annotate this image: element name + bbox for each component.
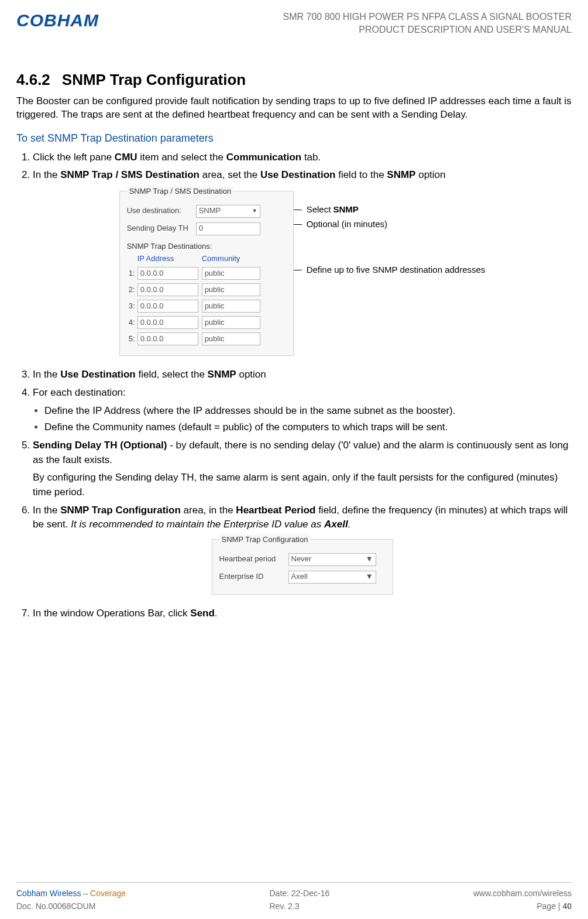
step-1: Click the left pane CMU item and select …: [33, 150, 572, 165]
section-heading: 4.6.2 SNMP Trap Configuration: [16, 71, 572, 89]
step-4: For each destination: Define the IP Addr…: [33, 386, 572, 435]
step-5: Sending Delay TH (Optional) - by default…: [33, 438, 572, 500]
page-header: COBHAM SMR 700 800 HIGH POWER PS NFPA CL…: [16, 11, 572, 37]
snmp-destination-panel: SNMP Trap / SMS Destination Use destinat…: [119, 191, 294, 356]
step-4-bullet-1: Define the IP Address (where the IP addr…: [44, 404, 572, 419]
panel2-title: SNMP Trap Configuration: [219, 534, 311, 546]
snmp-trap-config-panel: SNMP Trap Configuration Heartbeat period…: [212, 539, 393, 595]
table-row: 1: 0.0.0.0 public: [127, 265, 286, 282]
annotation-column: Select SNMP Optional (in minutes) Define…: [298, 191, 486, 276]
footer-divider: [16, 882, 572, 883]
use-destination-select[interactable]: SNMP▼: [196, 205, 260, 218]
chevron-down-icon: ▼: [252, 207, 257, 215]
footer-page: Page | 40: [473, 901, 572, 911]
subheading: To set SNMP Trap Destination parameters: [16, 132, 572, 145]
sending-delay-label: Sending Delay TH: [127, 223, 192, 234]
footer-date: Date: 22-Dec-16: [269, 889, 329, 898]
table-row: 3: 0.0.0.0 public: [127, 298, 286, 314]
ip-input-2[interactable]: 0.0.0.0: [137, 283, 198, 296]
footer-url: www.cobham.com/wireless: [473, 889, 572, 898]
panel1-title: SNMP Trap / SMS Destination: [127, 186, 234, 197]
community-input-3[interactable]: public: [202, 300, 260, 313]
intro-paragraph: The Booster can be configured provide fa…: [16, 95, 572, 122]
step-4-bullet-2: Define the Community names (default = pu…: [44, 420, 572, 435]
ip-input-3[interactable]: 0.0.0.0: [137, 300, 198, 313]
chevron-down-icon: ▼: [366, 571, 373, 582]
footer-doc: Doc. No.00068CDUM: [16, 901, 126, 911]
footer-rev: Rev. 2.3: [269, 901, 329, 911]
page-footer: Cobham Wireless – Coverage Doc. No.00068…: [16, 889, 572, 911]
use-destination-label: Use destination:: [127, 205, 192, 217]
table-row: 5: 0.0.0.0 public: [127, 331, 286, 347]
ip-input-5[interactable]: 0.0.0.0: [137, 332, 198, 345]
community-input-2[interactable]: public: [202, 283, 260, 296]
ip-input-4[interactable]: 0.0.0.0: [137, 316, 198, 329]
table-row: 2: 0.0.0.0 public: [127, 282, 286, 298]
panel1-subhead: SNMP Trap Destinations:: [127, 241, 286, 252]
sending-delay-input[interactable]: 0: [196, 222, 260, 235]
figure-2: SNMP Trap Configuration Heartbeat period…: [33, 539, 572, 595]
section-number: 4.6.2: [16, 71, 50, 89]
annotation-define-addresses: Define up to five SNMP destination addre…: [298, 264, 486, 276]
enterprise-id-select[interactable]: Axell▼: [288, 571, 376, 584]
ip-input-1[interactable]: 0.0.0.0: [137, 267, 198, 280]
step-7: In the window Operations Bar, click Send…: [33, 606, 572, 621]
step-3: In the Use Destination field, select the…: [33, 368, 572, 382]
annotation-optional: Optional (in minutes): [298, 218, 486, 230]
step-6: In the SNMP Trap Configuration area, in …: [33, 503, 572, 595]
heartbeat-label: Heartbeat period: [219, 554, 285, 565]
dest-table-header: IP Address Community: [127, 253, 286, 265]
step-2: In the SNMP Trap / SMS Destination area,…: [33, 168, 572, 356]
community-input-1[interactable]: public: [202, 267, 260, 280]
community-input-5[interactable]: public: [202, 332, 260, 345]
footer-brand: Cobham Wireless – Coverage: [16, 889, 126, 898]
enterprise-id-label: Enterprise ID: [219, 571, 285, 582]
table-row: 4: 0.0.0.0 public: [127, 314, 286, 331]
logo: COBHAM: [16, 11, 99, 30]
figure-1: SNMP Trap / SMS Destination Use destinat…: [33, 191, 572, 356]
section-title-text: SNMP Trap Configuration: [62, 71, 246, 89]
steps-list: Click the left pane CMU item and select …: [16, 150, 572, 621]
heartbeat-select[interactable]: Never▼: [288, 553, 376, 566]
chevron-down-icon: ▼: [366, 554, 373, 565]
community-input-4[interactable]: public: [202, 316, 260, 329]
annotation-select-snmp: Select SNMP: [298, 204, 486, 215]
header-title: SMR 700 800 HIGH POWER PS NFPA CLASS A S…: [283, 11, 572, 37]
